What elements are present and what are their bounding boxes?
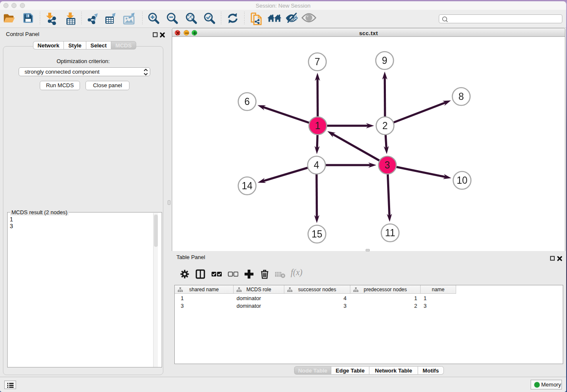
svg-text:2: 2 bbox=[383, 120, 388, 131]
svg-text:4: 4 bbox=[314, 160, 319, 171]
svg-text:1: 1 bbox=[315, 120, 321, 131]
svg-text:9: 9 bbox=[382, 55, 388, 66]
svg-text:7: 7 bbox=[315, 56, 320, 67]
svg-text:15: 15 bbox=[311, 229, 322, 240]
svg-text:8: 8 bbox=[459, 91, 464, 102]
svg-text:3: 3 bbox=[385, 160, 390, 171]
svg-text:11: 11 bbox=[385, 227, 395, 238]
svg-text:14: 14 bbox=[242, 180, 253, 191]
svg-text:6: 6 bbox=[245, 96, 250, 107]
svg-text:10: 10 bbox=[457, 175, 468, 186]
